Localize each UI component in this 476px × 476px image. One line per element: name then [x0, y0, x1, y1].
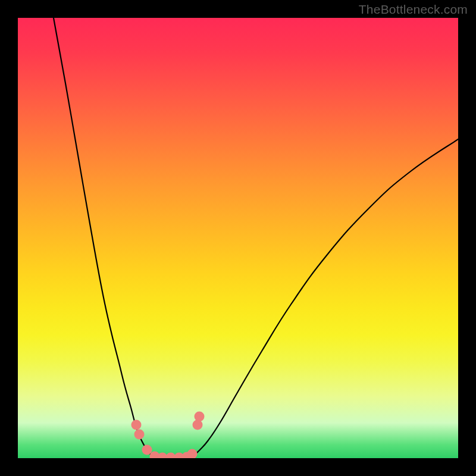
- watermark-text: TheBottleneck.com: [359, 2, 468, 17]
- valley-marker-dot: [195, 412, 205, 422]
- valley-marker-dot: [187, 449, 198, 459]
- valley-marker-dot: [131, 420, 142, 430]
- valley-markers: [131, 412, 205, 459]
- plot-area: [18, 18, 458, 458]
- chart-frame: TheBottleneck.com: [0, 0, 476, 476]
- valley-marker-dot: [134, 430, 145, 440]
- valley-marker-dot: [193, 420, 203, 430]
- curve-layer: [18, 18, 458, 458]
- bottleneck-curve: [54, 18, 458, 458]
- valley-marker-dot: [142, 445, 152, 455]
